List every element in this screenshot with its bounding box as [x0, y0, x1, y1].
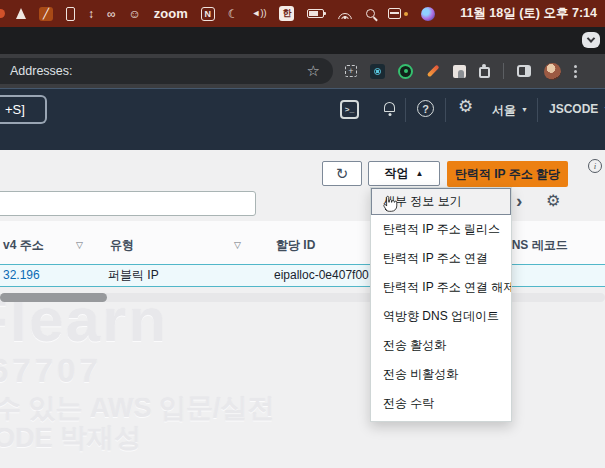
actions-dropdown-menu: 세부 정보 보기 탄력적 IP 주소 릴리스 탄력적 IP 주소 연결 탄력적 … [370, 187, 512, 422]
battery-icon[interactable] [307, 9, 324, 18]
menu-item-accept-transfer[interactable]: 전송 수락 [371, 389, 511, 418]
volume-icon[interactable]: ◄)) [252, 9, 267, 18]
phone-icon[interactable] [66, 7, 75, 21]
browser-toolbar: Addresses: ☆ + [0, 54, 605, 88]
pagination-next-button[interactable]: › [516, 190, 522, 212]
face-icon[interactable]: ☺ [129, 8, 141, 20]
sort-icon[interactable]: ▽ [234, 240, 241, 250]
wifi-icon[interactable] [337, 9, 353, 19]
table-header: v4 주소 ▽ 유형 ▽ 할당 ID DNS 레코드 [0, 221, 605, 265]
extension-icons-row: + [345, 54, 577, 88]
zoom-app-menu[interactable]: zoom [154, 6, 188, 21]
help-icon[interactable]: ? [417, 100, 434, 117]
do-not-disturb-moon-icon[interactable]: ☾ [228, 8, 239, 20]
column-header-allocation-id[interactable]: 할당 ID [276, 237, 315, 254]
address-bar[interactable]: Addresses: ☆ [0, 58, 333, 84]
hand-cursor-icon [383, 194, 398, 216]
notifications-bell-icon[interactable] [384, 102, 395, 112]
address-url-text: Addresses: [10, 64, 73, 78]
sort-icon[interactable]: ▽ [76, 240, 83, 250]
filter-input[interactable] [0, 191, 256, 216]
settings-gear-icon[interactable]: ⚙ [458, 98, 473, 115]
region-label: 서울 [492, 103, 516, 117]
elastic-ip-page: Flearn 67707 수 있는 AWS 입문/실전 ODE 박재성 ↻ 작업… [0, 150, 605, 468]
photo-extension-icon[interactable] [453, 65, 466, 78]
notification-dot-icon [0, 9, 5, 18]
account-label: JSCODE [549, 102, 598, 116]
tab-search-chevron-button[interactable] [582, 32, 600, 48]
bookmark-star-icon[interactable]: ☆ [307, 62, 320, 80]
eyeglasses-icon[interactable]: ∞ [107, 8, 116, 20]
header-divider [405, 98, 406, 122]
account-menu[interactable]: JSCODE▼ [549, 102, 605, 116]
column-header-dns-record[interactable]: DNS 레코드 [503, 237, 568, 254]
allocate-label: 탄력적 IP 주소 할당 [455, 166, 560, 183]
react-devtools-icon[interactable] [370, 64, 385, 79]
header-divider [537, 98, 538, 122]
actions-button[interactable]: 작업 ▲ [368, 161, 440, 186]
extensions-puzzle-icon[interactable] [479, 67, 490, 78]
korean-input-icon[interactable]: 한 [279, 6, 294, 21]
menu-item-update-reverse-dns[interactable]: 역방향 DNS 업데이트 [371, 302, 511, 331]
row-ip-link[interactable]: 32.196 [3, 265, 40, 285]
menu-bar-clock[interactable]: 11월 18일 (토) 오후 7:14 [460, 5, 597, 22]
updown-arrows-icon[interactable]: ↕ [88, 8, 94, 20]
column-header-ipv4[interactable]: v4 주소 [3, 237, 44, 254]
screenshot-root: ╱ ↕ ∞ ☺ zoom N ☾ ◄)) 한 11월 18일 (토) 오후 7:… [0, 0, 605, 468]
aws-console-header: +S] >_ ? ⚙ 서울▼ JSCODE▼ [0, 88, 605, 150]
menu-item-disassociate-elastic-ip[interactable]: 탄력적 IP 주소 연결 해제 [371, 273, 511, 302]
table-row[interactable]: 32.196 퍼블릭 IP eipalloc-0e407f00 [0, 264, 605, 287]
green-ring-extension-icon[interactable] [398, 64, 413, 79]
column-header-type[interactable]: 유형 [110, 237, 134, 254]
notion-icon[interactable]: N [201, 7, 215, 21]
allocate-elastic-ip-button[interactable]: 탄력적 IP 주소 할당 [447, 161, 568, 187]
profile-avatar[interactable] [544, 63, 561, 80]
spotlight-search-icon[interactable] [366, 9, 375, 18]
chevron-down-icon [587, 34, 595, 42]
side-panel-icon[interactable] [517, 65, 531, 77]
cloudshell-terminal-icon[interactable]: >_ [340, 100, 359, 119]
screenshot-extension-icon[interactable]: + [345, 65, 357, 77]
watermark-code: 67707 [0, 352, 102, 390]
aws-search-shortcut-box[interactable]: +S] [0, 95, 47, 124]
caret-up-icon: ▲ [416, 169, 424, 178]
green-dot-icon [404, 69, 408, 73]
chevron-down-icon: ▼ [521, 106, 528, 113]
react-atom-icon [374, 68, 381, 75]
watermark-author: ODE 박재성 [0, 420, 141, 456]
browser-tab-strip [0, 27, 605, 54]
toolbar-divider [503, 63, 504, 79]
pencil-extension-icon[interactable] [427, 65, 439, 77]
info-icon[interactable]: i [588, 159, 602, 173]
table-preferences-gear-icon[interactable]: ⚙ [546, 193, 560, 209]
vlc-icon[interactable] [16, 8, 26, 19]
header-divider [445, 98, 446, 122]
status-stack-icon[interactable] [388, 8, 408, 19]
macos-menu-bar: ╱ ↕ ∞ ☺ zoom N ☾ ◄)) 한 11월 18일 (토) 오후 7:… [0, 0, 605, 27]
refresh-button[interactable]: ↻ [322, 161, 362, 186]
region-selector[interactable]: 서울▼ [492, 102, 528, 119]
menu-item-enable-transfer[interactable]: 전송 활성화 [371, 331, 511, 360]
markup-pen-icon[interactable]: ╱ [39, 7, 53, 21]
browser-menu-kebab-icon[interactable] [574, 65, 577, 78]
horizontal-scrollbar-thumb[interactable] [0, 293, 107, 302]
actions-label: 작업 [385, 165, 409, 182]
row-type-cell: 퍼블릭 IP [108, 265, 159, 285]
row-allocation-id-cell: eipalloc-0e407f00 [274, 265, 372, 285]
menu-item-associate-elastic-ip[interactable]: 탄력적 IP 주소 연결 [371, 244, 511, 273]
menu-item-release-elastic-ip[interactable]: 탄력적 IP 주소 릴리스 [371, 215, 511, 244]
siri-icon[interactable] [421, 7, 435, 21]
refresh-icon: ↻ [336, 165, 349, 183]
menu-item-disable-transfer[interactable]: 전송 비활성화 [371, 360, 511, 389]
